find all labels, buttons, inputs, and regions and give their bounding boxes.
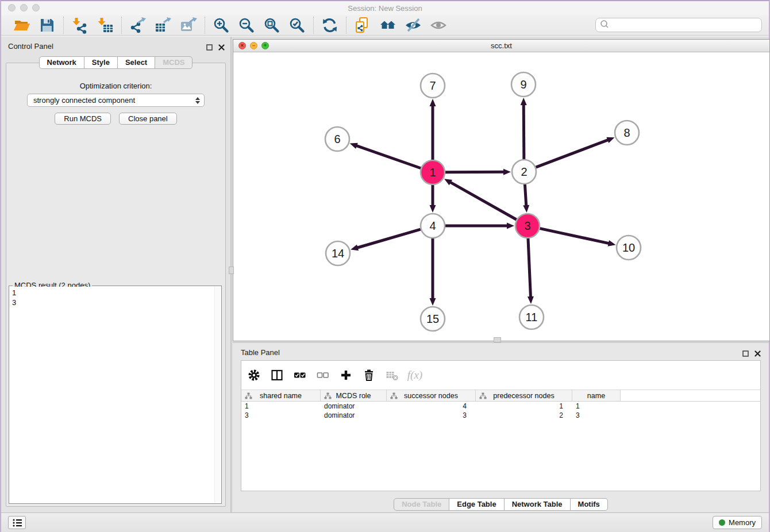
tab-network-table[interactable]: Network Table: [504, 498, 571, 511]
tab-select[interactable]: Select: [117, 56, 155, 69]
import-table-icon[interactable]: [97, 17, 114, 34]
graph-edge-3-1[interactable]: [450, 182, 517, 220]
graph-node-label: 6: [334, 133, 340, 145]
close-panel-icon[interactable]: [754, 349, 761, 359]
tab-edge-table[interactable]: Edge Table: [449, 498, 504, 511]
close-panel-button[interactable]: Close panel: [119, 113, 177, 125]
graph-edge-1-2[interactable]: [445, 172, 505, 172]
add-column-icon[interactable]: [339, 368, 353, 382]
network-canvas[interactable]: 7968124314101511: [233, 52, 769, 341]
eye-icon[interactable]: [430, 17, 447, 34]
network-maximize-icon[interactable]: +: [261, 42, 269, 49]
delete-columns-icon[interactable]: [362, 368, 376, 382]
node-table: f(x) shared name MCDS role successor nod…: [241, 360, 761, 491]
clone-network-icon[interactable]: [354, 17, 371, 34]
cell-successor-nodes[interactable]: 3: [387, 411, 476, 419]
task-history-button[interactable]: [8, 516, 26, 529]
column-header-name[interactable]: name: [572, 390, 621, 401]
control-panel-title: Control Panel: [8, 42, 53, 51]
select-all-icon[interactable]: [293, 368, 307, 382]
result-line: 1: [12, 288, 212, 298]
graph-edge-1-6[interactable]: [356, 145, 421, 168]
vertical-splitter-handle[interactable]: [229, 267, 234, 274]
cell-name[interactable]: 1: [572, 402, 621, 410]
cell-successor-nodes[interactable]: 4: [387, 402, 476, 410]
cell-name[interactable]: 3: [572, 411, 621, 419]
cell-mcds-role[interactable]: dominator: [321, 402, 387, 410]
window-title: Session: New Session: [1, 4, 769, 13]
save-session-icon[interactable]: [38, 17, 56, 34]
memory-button[interactable]: Memory: [713, 516, 762, 529]
graph-edge-2-9[interactable]: [523, 104, 524, 159]
table-row[interactable]: 1 dominator 4 1 1: [241, 402, 760, 411]
maximize-window-button[interactable]: [32, 4, 40, 11]
graph-node-label: 9: [520, 78, 526, 91]
network-close-icon[interactable]: ×: [238, 42, 246, 49]
result-scrollbar[interactable]: [214, 287, 221, 503]
search-input[interactable]: [610, 20, 761, 31]
optimization-criterion-label: Optimization criterion:: [6, 82, 225, 90]
export-table-icon[interactable]: [155, 17, 172, 34]
close-window-button[interactable]: [8, 4, 16, 11]
export-image-icon[interactable]: [180, 17, 197, 34]
cell-predecessor-nodes[interactable]: 2: [476, 411, 572, 419]
minimize-window-button[interactable]: [20, 4, 28, 11]
zoom-in-icon[interactable]: [213, 17, 230, 34]
graph-node-label: 11: [526, 311, 538, 323]
graph-edge-3-10[interactable]: [540, 229, 610, 244]
tab-node-table[interactable]: Node Table: [394, 498, 449, 511]
graph-edge-arrowhead: [608, 240, 616, 246]
toggle-columns-icon[interactable]: [270, 368, 284, 382]
graph-node-label: 8: [623, 126, 630, 139]
graph-edge-2-3[interactable]: [525, 184, 526, 206]
graph-edge-4-14[interactable]: [357, 229, 421, 248]
search-field[interactable]: [595, 18, 762, 32]
import-network-icon[interactable]: [71, 17, 88, 34]
network-canvas-svg: 7968124314101511: [233, 52, 770, 342]
zoom-fit-icon[interactable]: [263, 17, 280, 34]
tab-motifs[interactable]: Motifs: [570, 498, 608, 511]
apply-layout-icon[interactable]: [321, 17, 338, 34]
close-panel-icon[interactable]: [218, 43, 225, 53]
cell-shared-name[interactable]: 3: [241, 411, 321, 419]
cell-predecessor-nodes[interactable]: 1: [476, 402, 572, 410]
horizontal-splitter-handle[interactable]: [494, 337, 501, 342]
column-header-successor-nodes[interactable]: successor nodes: [387, 390, 476, 401]
table-row[interactable]: 3 dominator 3 2 3: [241, 411, 760, 420]
tab-style[interactable]: Style: [84, 56, 118, 69]
column-header-shared-name[interactable]: shared name: [241, 390, 321, 401]
graph-edge-3-11[interactable]: [528, 238, 531, 298]
table-panel: Table Panel: [233, 342, 769, 512]
column-header-predecessor-nodes[interactable]: predecessor nodes: [476, 390, 572, 401]
column-header-mcds-role[interactable]: MCDS role: [321, 390, 387, 401]
home-views-icon[interactable]: [379, 17, 396, 34]
graph-edge-2-8[interactable]: [536, 140, 609, 167]
eye-slash-icon[interactable]: [405, 17, 422, 34]
unselect-all-icon[interactable]: [316, 368, 330, 382]
hierarchy-icon: [479, 392, 487, 402]
network-window-titlebar[interactable]: × – + scc.txt: [233, 40, 769, 52]
graph-node-label: 3: [524, 219, 530, 232]
network-minimize-icon[interactable]: –: [250, 42, 257, 49]
select-stepper-icon: [195, 97, 200, 104]
float-panel-icon[interactable]: [742, 349, 749, 359]
graph-edge-arrowhead: [430, 99, 436, 106]
run-mcds-button[interactable]: Run MCDS: [55, 113, 111, 125]
open-session-icon[interactable]: [13, 17, 30, 34]
graph-edge-arrowhead: [521, 98, 527, 105]
cell-mcds-role[interactable]: dominator: [321, 411, 387, 419]
tab-network[interactable]: Network: [39, 56, 84, 69]
optimization-criterion-select[interactable]: strongly connected component: [27, 94, 205, 107]
settings-gear-icon[interactable]: [247, 368, 261, 382]
application-window: Session: New Session: [0, 0, 770, 532]
table-header-row: shared name MCDS role successor nodes pr…: [241, 390, 760, 402]
mcds-result-text[interactable]: 1 3: [10, 287, 214, 503]
float-panel-icon[interactable]: [206, 43, 213, 53]
window-controls: [8, 4, 40, 11]
tab-mcds[interactable]: MCDS: [155, 56, 192, 69]
cell-shared-name[interactable]: 1: [241, 402, 321, 410]
zoom-out-icon[interactable]: [238, 17, 255, 34]
zoom-selected-icon[interactable]: [288, 17, 306, 34]
result-line: 3: [12, 298, 212, 307]
export-network-icon[interactable]: [129, 17, 147, 34]
